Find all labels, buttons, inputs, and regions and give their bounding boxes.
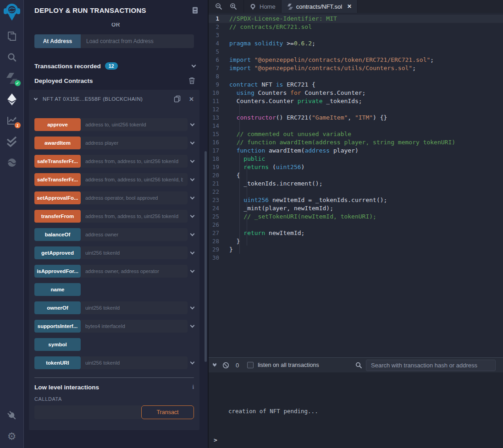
code-line[interactable]: 11 Counters.Counter private _tokenIds; [209, 97, 503, 105]
at-address-input[interactable] [81, 34, 194, 48]
chevron-down-icon[interactable] [190, 195, 195, 199]
code-line[interactable]: 6import "@openzeppelin/contracts/token/E… [209, 56, 503, 64]
at-address-button[interactable]: At Address [34, 34, 81, 48]
function-param-input[interactable] [81, 265, 188, 278]
code-line[interactable]: 22 [209, 188, 503, 196]
code-line[interactable]: 26 [209, 221, 503, 229]
function-param-input[interactable] [81, 356, 188, 369]
function-button-name[interactable]: name [34, 283, 81, 296]
documentation-book-icon[interactable] [191, 6, 199, 14]
zoom-in-icon[interactable] [230, 3, 237, 10]
solidity-compiler-icon[interactable]: ✓ [5, 71, 19, 85]
trash-icon[interactable] [188, 77, 195, 84]
tab-home[interactable]: Home [243, 0, 281, 13]
code-line[interactable]: 15 // commented out unused variable [209, 130, 503, 138]
function-button-symbol[interactable]: symbol [34, 338, 81, 351]
function-button-getapproved[interactable]: getApproved [34, 246, 81, 259]
function-button-transferfrom[interactable]: transferFrom [34, 210, 81, 223]
code-line[interactable]: 21 _tokenIds.increment(); [209, 180, 503, 188]
code-line[interactable]: 14 [209, 122, 503, 130]
panel-scrollbar-thumb[interactable] [205, 151, 207, 362]
code-line[interactable]: 5 [209, 48, 503, 56]
code-line[interactable]: 18 public [209, 155, 503, 163]
close-tab-icon[interactable]: ✕ [347, 3, 352, 10]
chevron-down-icon[interactable] [190, 360, 195, 364]
chevron-down-icon[interactable] [190, 140, 195, 144]
function-param-input[interactable] [81, 173, 188, 186]
chevron-down-icon[interactable] [190, 231, 195, 236]
zoom-out-icon[interactable] [215, 3, 222, 10]
plugin-sphere-icon[interactable] [5, 156, 19, 169]
plugin-manager-icon[interactable] [5, 409, 19, 422]
code-line[interactable]: 25 // _setTokenURI(newItemId, tokenURI); [209, 213, 503, 221]
terminal-output[interactable]: creation of NFT pending... > [209, 372, 503, 448]
chevron-down-icon[interactable] [190, 158, 195, 163]
function-button-isapprovedfor[interactable]: isApprovedFor... [34, 265, 81, 278]
deploy-run-icon[interactable] [5, 93, 19, 106]
code-line[interactable]: 3 [209, 31, 503, 39]
function-param-input[interactable] [81, 191, 188, 204]
code-line[interactable]: 10 using Counters for Counters.Counter; [209, 89, 503, 97]
code-line[interactable]: 4pragma solidity >=0.6.2; [209, 39, 503, 48]
code-line[interactable]: 24 _mint(player, newItemId); [209, 204, 503, 213]
chevron-down-icon[interactable] [192, 63, 196, 67]
code-line[interactable]: 27 return newItemId; [209, 229, 503, 237]
calldata-input[interactable] [34, 405, 141, 419]
function-button-ownerof[interactable]: ownerOf [34, 301, 81, 314]
function-param-input[interactable] [81, 228, 188, 241]
unit-testing-icon[interactable] [5, 135, 19, 148]
function-button-safetransferfr[interactable]: safeTransferFr... [34, 155, 81, 168]
code-line[interactable]: 12 [209, 105, 503, 114]
function-button-tokenuri[interactable]: tokenURI [34, 356, 81, 369]
code-line[interactable]: 20 { [209, 171, 503, 180]
function-button-supportsinterf[interactable]: supportsInterf... [34, 320, 81, 333]
code-line[interactable]: 1//SPDX-License-Identifier: MIT [209, 15, 503, 23]
deployed-contract-header[interactable]: NFT AT 0X15E...E558F (BLOCKCHAIN) ✕ [34, 93, 194, 104]
terminal-prompt[interactable]: > [214, 437, 217, 443]
function-button-awarditem[interactable]: awardItem [34, 137, 81, 149]
listen-all-transactions-checkbox[interactable] [247, 362, 254, 368]
code-line[interactable]: 30 [209, 254, 503, 262]
function-param-input[interactable] [81, 320, 188, 333]
function-param-input[interactable] [81, 246, 188, 259]
code-line[interactable]: 17 function awardItem(address player) [209, 147, 503, 155]
file-explorer-icon[interactable] [5, 29, 19, 43]
chevron-down-icon[interactable] [190, 305, 195, 309]
code-line[interactable]: 7import "@openzeppelin/contracts/utils/C… [209, 64, 503, 72]
settings-icon[interactable]: ⚙ [5, 430, 19, 443]
function-param-input[interactable] [81, 137, 188, 149]
code-line[interactable]: 8 [209, 72, 503, 81]
code-line[interactable]: 13 constructor() ERC721("GameItem", "ITM… [209, 114, 503, 122]
code-line[interactable]: 29} [209, 246, 503, 254]
chevron-down-icon[interactable] [34, 96, 38, 100]
chevron-down-icon[interactable] [190, 121, 195, 126]
search-icon[interactable] [5, 50, 19, 64]
code-line[interactable]: 28 } [209, 237, 503, 246]
copy-address-icon[interactable] [174, 95, 181, 103]
function-button-setapprovalfo[interactable]: setApprovalFo... [34, 191, 81, 204]
function-param-input[interactable] [81, 118, 188, 131]
code-line[interactable]: 16 // function awardItem(address player,… [209, 138, 503, 147]
function-button-safetransferfr[interactable]: safeTransferFr... [34, 173, 81, 186]
code-line[interactable]: 19 returns (uint256) [209, 163, 503, 171]
remix-logo-icon[interactable] [3, 3, 21, 21]
chevron-down-icon[interactable] [190, 213, 195, 218]
function-button-balanceof[interactable]: balanceOf [34, 228, 81, 241]
transact-button[interactable]: Transact [141, 405, 194, 419]
chevron-down-icon[interactable] [190, 323, 195, 328]
clear-console-icon[interactable] [222, 362, 229, 369]
chevron-down-icon[interactable] [190, 176, 195, 181]
function-button-approve[interactable]: approve [34, 118, 81, 131]
info-icon[interactable]: i [192, 383, 194, 391]
code-line[interactable]: 23 uint256 newItemId = _tokenIds.current… [209, 196, 503, 204]
function-param-input[interactable] [81, 210, 188, 223]
chevron-down-icon[interactable] [190, 250, 195, 254]
terminal-search-input[interactable] [366, 360, 496, 371]
function-param-input[interactable] [81, 155, 188, 168]
collapse-terminal-icon[interactable] [213, 364, 216, 366]
tab-contracts-nft-sol[interactable]: contracts/NFT.sol ✕ [281, 0, 358, 13]
remove-contract-icon[interactable]: ✕ [189, 96, 194, 103]
analytics-icon[interactable]: 1 [5, 114, 19, 127]
code-editor[interactable]: 1//SPDX-License-Identifier: MIT2// contr… [209, 13, 503, 357]
function-param-input[interactable] [81, 301, 188, 314]
